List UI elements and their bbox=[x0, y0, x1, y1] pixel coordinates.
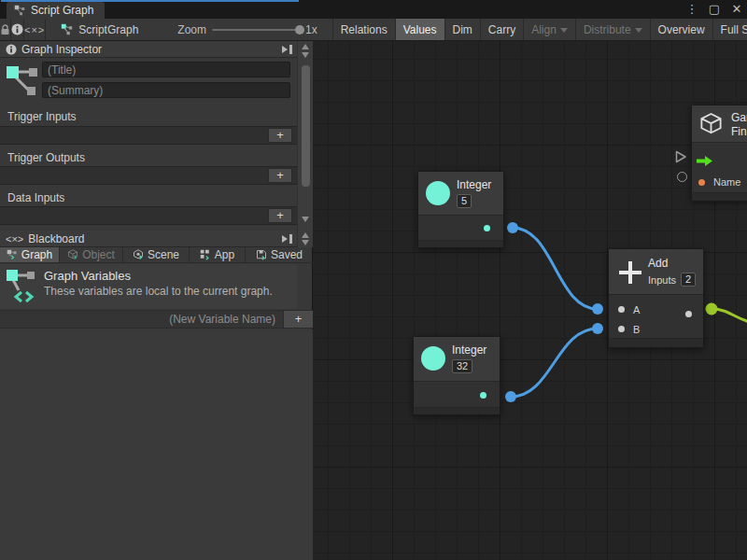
blackboard-header: <×> Blackboard bbox=[0, 231, 297, 247]
node-footer bbox=[609, 339, 703, 347]
graph-inspector-header: Graph Inspector bbox=[0, 41, 297, 58]
blackboard-body bbox=[0, 329, 313, 560]
inspector-scrollbar[interactable] bbox=[297, 41, 313, 231]
wire-integer5-to-add-a[interactable] bbox=[513, 228, 598, 309]
output-port[interactable] bbox=[685, 311, 692, 317]
wire-endpoint[interactable] bbox=[592, 303, 603, 315]
trigger-outputs-label: Trigger Outputs bbox=[7, 151, 85, 164]
blackboard-scrollbar[interactable] bbox=[297, 231, 313, 247]
zoom-slider-handle[interactable] bbox=[295, 25, 304, 35]
lock-button[interactable] bbox=[0, 19, 11, 40]
scroll-up-icon[interactable] bbox=[302, 232, 309, 238]
node-title: Integer bbox=[457, 178, 491, 191]
graph-variables-icon bbox=[6, 268, 37, 305]
integer-type-icon bbox=[426, 181, 450, 205]
graph-toolbar: <×> ScriptGraph Zoom 1x Relations Values… bbox=[0, 19, 747, 41]
node-game-object-find[interactable]: Gam Fin Name bbox=[691, 105, 747, 202]
tab-script-graph[interactable]: Script Graph bbox=[7, 2, 105, 19]
graph-variables-description: These variables are local to the current… bbox=[44, 285, 273, 298]
add-data-input-button[interactable]: + bbox=[268, 208, 292, 223]
wire-endpoint[interactable] bbox=[706, 303, 718, 315]
add-trigger-output-button[interactable]: + bbox=[268, 168, 292, 183]
breadcrumb[interactable]: ScriptGraph bbox=[46, 19, 149, 40]
node-footer bbox=[418, 241, 503, 247]
title-input[interactable] bbox=[42, 62, 290, 77]
zoom-label: Zoom bbox=[177, 23, 206, 36]
full-screen-button[interactable]: Full Screen bbox=[713, 19, 747, 40]
output-port[interactable] bbox=[480, 392, 486, 399]
node-add[interactable]: Add Inputs 2 A B bbox=[608, 248, 704, 348]
port-row-a: A bbox=[609, 300, 703, 319]
blackboard-toggle-button[interactable]: <×> bbox=[24, 19, 46, 40]
cube-icon bbox=[67, 249, 78, 260]
variables-icon: <×> bbox=[24, 24, 45, 35]
inspector-toggle-button[interactable] bbox=[11, 19, 24, 40]
variables-icon: <×> bbox=[6, 233, 23, 245]
summary-input[interactable] bbox=[42, 82, 290, 98]
scroll-down-icon[interactable] bbox=[302, 240, 309, 245]
add-trigger-input-button[interactable]: + bbox=[268, 128, 292, 143]
name-port-row: Name bbox=[692, 172, 747, 192]
node-title: Add bbox=[648, 257, 696, 270]
wire-endpoint[interactable] bbox=[505, 391, 516, 402]
data-inputs-list: + bbox=[0, 206, 297, 225]
kebab-menu-icon[interactable]: ⋮ bbox=[685, 0, 698, 19]
trigger-outputs-list: + bbox=[0, 166, 297, 185]
wire-endpoint[interactable] bbox=[507, 222, 518, 233]
graph-icon bbox=[6, 63, 39, 99]
overview-button[interactable]: Overview bbox=[651, 19, 713, 40]
new-variable-input[interactable] bbox=[0, 311, 283, 328]
port-label: A bbox=[633, 304, 640, 315]
tab-graph[interactable]: Graph bbox=[0, 247, 60, 262]
info-icon bbox=[11, 23, 23, 35]
node-title: Integer bbox=[452, 343, 486, 357]
scroll-down-icon[interactable] bbox=[302, 52, 309, 58]
input-port-a[interactable] bbox=[618, 306, 625, 313]
dock-panel-icon[interactable] bbox=[281, 45, 293, 54]
info-icon bbox=[6, 44, 17, 55]
integer-value-field[interactable]: 5 bbox=[457, 194, 472, 208]
scroll-down-icon[interactable] bbox=[302, 217, 309, 222]
scrollbar-thumb[interactable] bbox=[302, 65, 310, 187]
tab-title: Script Graph bbox=[31, 4, 93, 17]
port-label: B bbox=[633, 324, 640, 335]
chevron-down-icon bbox=[635, 28, 642, 33]
dock-panel-icon[interactable] bbox=[281, 234, 293, 244]
add-variable-button[interactable]: + bbox=[283, 311, 313, 328]
inputs-count-field[interactable]: 2 bbox=[681, 273, 696, 287]
graph-inspector-title: Graph Inspector bbox=[21, 43, 102, 56]
graph-canvas[interactable]: Integer 5 Integer 32 Add bbox=[313, 41, 747, 560]
tab-object[interactable]: Object bbox=[60, 247, 123, 262]
port-row-b: B bbox=[609, 319, 703, 339]
scroll-up-icon[interactable] bbox=[302, 44, 309, 49]
align-dropdown[interactable]: Align bbox=[524, 19, 576, 40]
node-integer-32[interactable]: Integer 32 bbox=[413, 336, 500, 415]
relations-button[interactable]: Relations bbox=[333, 19, 396, 40]
flow-arrow-icon[interactable] bbox=[697, 156, 712, 166]
wire-endpoint[interactable] bbox=[592, 323, 603, 334]
maximize-icon[interactable]: ▢ bbox=[708, 0, 721, 19]
integer-value-field[interactable]: 32 bbox=[452, 359, 472, 373]
close-icon[interactable]: ✕ bbox=[730, 0, 743, 19]
tab-scene[interactable]: Scene bbox=[123, 247, 190, 262]
node-footer bbox=[414, 408, 500, 414]
graph-variables-info: Graph Variables These variables are loca… bbox=[0, 264, 297, 309]
input-port-name[interactable] bbox=[698, 179, 705, 186]
zoom-slider[interactable] bbox=[212, 29, 300, 31]
values-button[interactable]: Values bbox=[396, 19, 445, 40]
dim-button[interactable]: Dim bbox=[445, 19, 481, 40]
tab-app[interactable]: App bbox=[190, 247, 246, 262]
script-graph-icon bbox=[61, 23, 73, 35]
blackboard-tab-strip: Graph Object Scene App Saved bbox=[0, 247, 313, 263]
distribute-dropdown[interactable]: Distribute bbox=[576, 19, 651, 40]
blackboard-title: Blackboard bbox=[28, 232, 84, 245]
node-integer-5[interactable]: Integer 5 bbox=[417, 171, 504, 248]
inputs-label: Inputs bbox=[648, 274, 676, 286]
tab-saved[interactable]: Saved bbox=[246, 247, 313, 262]
app-grid-icon bbox=[200, 249, 211, 260]
value-indicator-circle-icon bbox=[677, 172, 687, 182]
input-port-b[interactable] bbox=[618, 326, 625, 332]
output-port[interactable] bbox=[484, 225, 490, 231]
carry-button[interactable]: Carry bbox=[481, 19, 524, 40]
wire-integer32-to-add-b[interactable] bbox=[511, 329, 598, 397]
